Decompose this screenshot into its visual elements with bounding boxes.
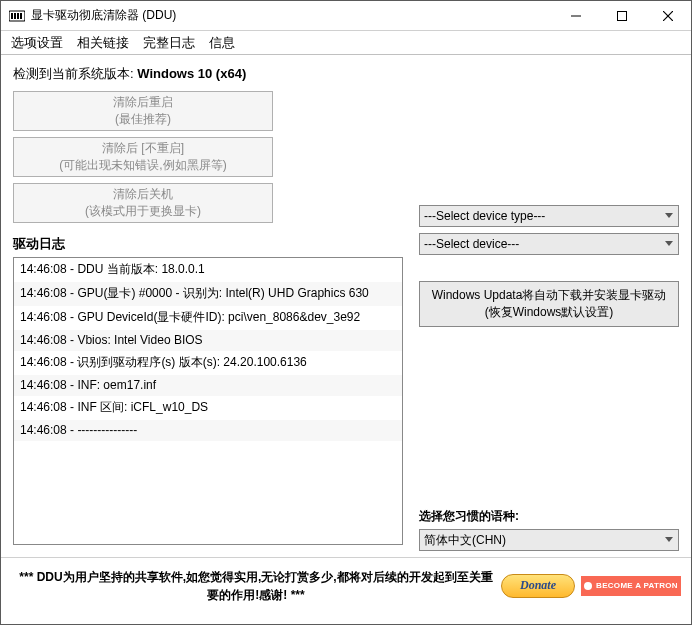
clean-shutdown-line1: 清除后关机 [113, 186, 173, 203]
menu-log[interactable]: 完整日志 [143, 34, 195, 52]
device-type-select[interactable]: ---Select device type--- [419, 205, 679, 227]
restore-line2: (恢复Windows默认设置) [485, 304, 614, 321]
app-icon [9, 10, 25, 22]
patreon-button[interactable]: BECOME A PATRON [581, 576, 681, 596]
log-row[interactable]: 14:46:08 - GPU(显卡) #0000 - 识别为: Intel(R)… [14, 282, 402, 306]
log-row[interactable]: 14:46:08 - --------------- [14, 420, 402, 441]
log-row[interactable]: 14:46:08 - DDU 当前版本: 18.0.0.1 [14, 258, 402, 282]
menu-info[interactable]: 信息 [209, 34, 235, 52]
minimize-button[interactable] [553, 1, 599, 30]
clean-restart-line1: 清除后重启 [113, 94, 173, 111]
clean-norestart-line2: (可能出现未知错误,例如黑屏等) [59, 157, 226, 174]
svg-rect-2 [14, 13, 16, 19]
left-column: 检测到当前系统版本: Windows 10 (x64) 清除后重启 (最佳推荐)… [13, 65, 403, 557]
log-box[interactable]: 14:46:08 - DDU 当前版本: 18.0.0.114:46:08 - … [13, 257, 403, 545]
log-row[interactable]: 14:46:08 - Vbios: Intel Video BIOS [14, 330, 402, 351]
svg-rect-3 [17, 13, 19, 19]
log-row[interactable]: 14:46:08 - 识别到驱动程序(s) 版本(s): 24.20.100.6… [14, 351, 402, 375]
clean-shutdown-button[interactable]: 清除后关机 (该模式用于更换显卡) [13, 183, 273, 223]
footer: *** DDU为用户坚持的共享软件,如您觉得实用,无论打赏多少,都将对后续的开发… [1, 557, 691, 613]
language-select[interactable]: 简体中文(CHN) [419, 529, 679, 551]
clean-restart-button[interactable]: 清除后重启 (最佳推荐) [13, 91, 273, 131]
close-button[interactable] [645, 1, 691, 30]
svg-rect-4 [20, 13, 22, 19]
device-select[interactable]: ---Select device--- [419, 233, 679, 255]
menu-links[interactable]: 相关链接 [77, 34, 129, 52]
restore-line1: Windows Updata将自动下载并安装显卡驱动 [432, 287, 667, 304]
clean-shutdown-line2: (该模式用于更换显卡) [85, 203, 201, 220]
maximize-button[interactable] [599, 1, 645, 30]
patreon-icon [584, 582, 592, 590]
clean-norestart-line1: 清除后 [不重启] [102, 140, 184, 157]
window-title: 显卡驱动彻底清除器 (DDU) [31, 7, 553, 24]
window-buttons [553, 1, 691, 30]
svg-rect-1 [11, 13, 13, 19]
footer-message: *** DDU为用户坚持的共享软件,如您觉得实用,无论打赏多少,都将对后续的开发… [11, 568, 501, 604]
menubar: 选项设置 相关链接 完整日志 信息 [1, 31, 691, 55]
titlebar: 显卡驱动彻底清除器 (DDU) [1, 1, 691, 31]
system-label: 检测到当前系统版本: [13, 66, 134, 81]
menu-options[interactable]: 选项设置 [11, 34, 63, 52]
restore-defaults-button[interactable]: Windows Updata将自动下载并安装显卡驱动 (恢复Windows默认设… [419, 281, 679, 327]
svg-rect-6 [618, 11, 627, 20]
system-info: 检测到当前系统版本: Windows 10 (x64) [13, 65, 403, 83]
language-label: 选择您习惯的语种: [419, 508, 679, 525]
log-row[interactable]: 14:46:08 - INF: oem17.inf [14, 375, 402, 396]
content: 检测到当前系统版本: Windows 10 (x64) 清除后重启 (最佳推荐)… [1, 55, 691, 557]
clean-norestart-button[interactable]: 清除后 [不重启] (可能出现未知错误,例如黑屏等) [13, 137, 273, 177]
log-row[interactable]: 14:46:08 - GPU DeviceId(显卡硬件ID): pci\ven… [14, 306, 402, 330]
patreon-label: BECOME A PATRON [596, 581, 678, 590]
system-value: Windows 10 (x64) [137, 66, 246, 81]
donate-button[interactable]: Donate [501, 574, 575, 598]
log-row[interactable]: 14:46:08 - INF 区间: iCFL_w10_DS [14, 396, 402, 420]
right-column: ---Select device type--- ---Select devic… [419, 65, 679, 557]
log-header: 驱动日志 [13, 235, 403, 253]
clean-restart-line2: (最佳推荐) [115, 111, 171, 128]
